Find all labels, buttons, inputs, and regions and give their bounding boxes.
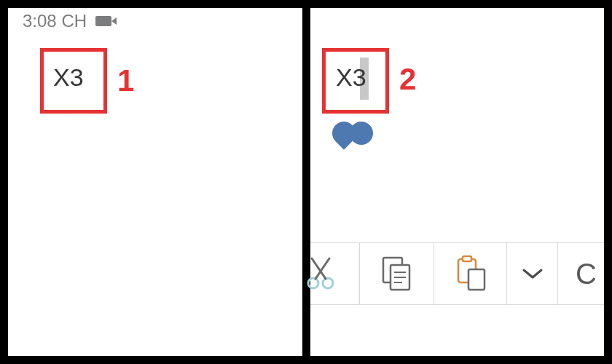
outer-frame <box>0 0 612 364</box>
